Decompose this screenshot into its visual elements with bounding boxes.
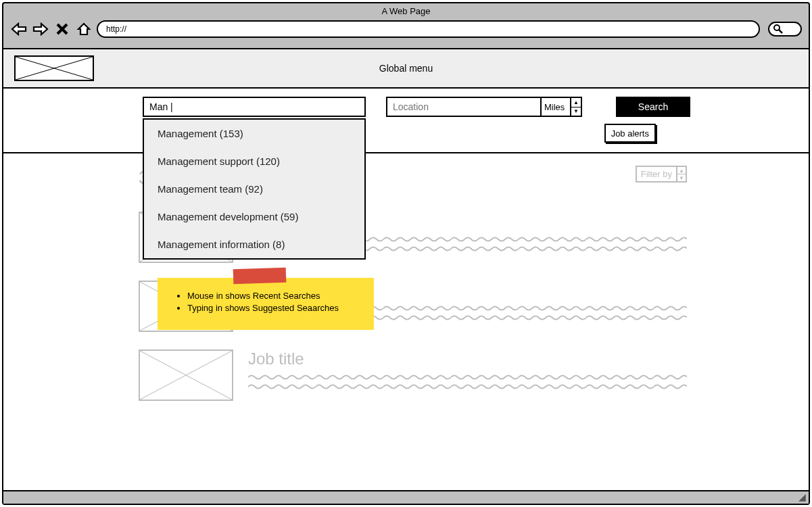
search-row: Miles ▲▼ Search <box>14 97 798 117</box>
filter-row: Salery ▼ Job alerts <box>14 124 798 143</box>
result-body: Job title <box>248 349 687 401</box>
stop-icon[interactable] <box>53 21 71 37</box>
search-button[interactable]: Search <box>616 97 690 117</box>
forward-icon[interactable] <box>32 21 49 37</box>
filter-by-label: Filter by <box>641 169 672 179</box>
global-menu-bar: Global menu <box>3 49 809 89</box>
global-menu-label: Global menu <box>379 63 433 74</box>
autocomplete-item[interactable]: Management team (92) <box>144 175 364 203</box>
status-bar: ◢ <box>3 490 809 504</box>
browser-window: A Web Page http:// Global menu <box>2 2 810 505</box>
autocomplete-item[interactable]: Management support (120) <box>144 147 364 175</box>
placeholder-text <box>248 374 687 390</box>
location-group: Miles ▲▼ <box>386 97 582 117</box>
note-line: Typing in shows Suggested Seaarches <box>187 303 362 313</box>
spinner-icon[interactable]: ▲▼ <box>676 167 686 181</box>
miles-label: Miles <box>544 102 565 112</box>
autocomplete-dropdown: Management (153) Management support (120… <box>143 118 366 260</box>
back-icon[interactable] <box>10 21 28 37</box>
location-input[interactable] <box>386 97 542 117</box>
svg-point-0 <box>774 25 780 30</box>
home-icon[interactable] <box>75 21 93 37</box>
result-title: Job title <box>248 349 687 368</box>
job-alerts-button[interactable]: Job alerts <box>604 124 656 143</box>
result-item[interactable]: Job title <box>139 349 687 401</box>
spinner-icon[interactable]: ▲▼ <box>570 98 581 116</box>
url-text: http:// <box>106 24 126 34</box>
results-area: 3) Filter by ▲▼ Job title Job title <box>3 153 809 425</box>
window-title: A Web Page <box>3 3 809 19</box>
annotation-note: Mouse in shows Recent Searches Typing in… <box>158 278 374 330</box>
browser-search-icon[interactable] <box>768 22 802 37</box>
autocomplete-item[interactable]: Management (153) <box>144 120 364 147</box>
miles-stepper[interactable]: Miles ▲▼ <box>542 97 582 117</box>
sticky-tape <box>233 268 287 285</box>
filter-by-select[interactable]: Filter by ▲▼ <box>636 166 687 183</box>
resize-grip-icon[interactable]: ◢ <box>798 491 806 502</box>
logo-placeholder[interactable] <box>14 55 94 81</box>
autocomplete-item[interactable]: Management information (8) <box>144 231 364 258</box>
page-content: Global menu Miles ▲▼ Search Salery ▼ <box>3 48 809 490</box>
browser-nav: http:// <box>3 19 809 45</box>
image-placeholder <box>139 349 233 401</box>
search-section: Miles ▲▼ Search Salery ▼ Job alerts <box>3 89 809 153</box>
url-bar[interactable]: http:// <box>97 20 760 38</box>
note-line: Mouse in shows Recent Searches <box>187 291 362 301</box>
keyword-input[interactable] <box>143 97 366 117</box>
autocomplete-item[interactable]: Management development (59) <box>144 203 364 231</box>
